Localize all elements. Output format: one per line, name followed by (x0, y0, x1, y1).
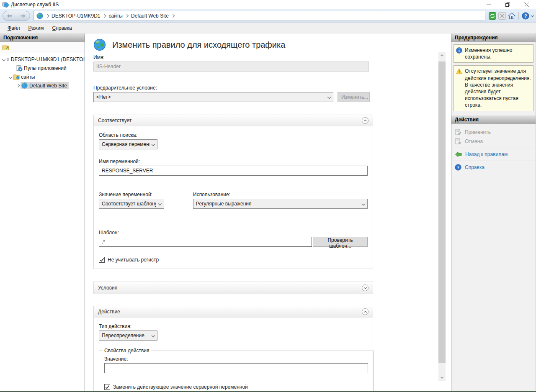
test-pattern-button[interactable]: Проверить шаблон... (313, 237, 368, 247)
menu-view[interactable]: Режим (24, 24, 48, 32)
action-section-header[interactable]: Действие (94, 306, 373, 317)
main-scrollbar[interactable] (438, 52, 446, 381)
tree-expand-icon[interactable] (2, 57, 5, 61)
action-value-input[interactable] (104, 363, 368, 373)
tree-selection-highlight[interactable]: Default Web Site (21, 82, 69, 89)
replace-checkbox[interactable] (104, 384, 110, 390)
iis-manager-window: Диспетчер служб IIS (0, 0, 536, 392)
refresh-icon[interactable] (489, 12, 496, 20)
dropdown-chevron-icon (152, 334, 155, 337)
ignore-case-checkbox[interactable] (99, 257, 105, 263)
close-button[interactable] (517, 0, 536, 9)
back-to-rules-label[interactable]: Назад к правилам (465, 151, 508, 157)
scrollbar-thumb[interactable] (438, 61, 446, 363)
menu-file[interactable]: Файл (3, 24, 24, 32)
actions-divider (451, 148, 536, 148)
tree-item-label[interactable]: DESKTOP-U1MK9D1 (DESKTOI (11, 56, 85, 62)
breadcrumb-item-sites[interactable]: сайты (108, 13, 123, 19)
chevron-down-icon (363, 286, 366, 289)
help-label[interactable]: Справка (465, 164, 484, 170)
tree-item-label[interactable]: Default Web Site (29, 83, 67, 89)
tree-expand-icon[interactable] (16, 84, 20, 87)
app-icon (2, 1, 9, 8)
globe-icon (36, 13, 43, 19)
pattern-label: Шаблон: (99, 230, 368, 236)
conditions-section-title: Условия (98, 285, 117, 291)
action-type-select[interactable]: Переопределение (99, 331, 157, 341)
variable-value-select[interactable]: Соответствует шаблону (99, 199, 164, 209)
variable-value-value: Соответствует шаблону (102, 201, 156, 207)
apply-label: Применить (465, 129, 491, 135)
breadcrumb[interactable]: DESKTOP-U1MK9D1 сайты Default Web Site (34, 11, 485, 21)
expand-section-button[interactable] (362, 284, 368, 291)
scope-select[interactable]: Серверная переменн (99, 139, 157, 149)
tree-item-label[interactable]: сайты (21, 74, 35, 80)
toolbar-divider (12, 44, 12, 51)
replace-checkrow[interactable]: Заменить действующее значение серверной … (104, 384, 368, 390)
chevron-up-icon (441, 54, 443, 57)
tree-item-sites[interactable]: сайты (0, 72, 85, 81)
cancel-label: Отмена (465, 138, 483, 144)
precondition-value: <Нет> (96, 94, 325, 100)
scope-value: Серверная переменн (102, 141, 149, 147)
action-back-to-rules[interactable]: Назад к правилам (451, 150, 536, 159)
restore-button[interactable] (498, 0, 517, 9)
dropdown-chevron-icon (158, 202, 162, 205)
collapse-section-button[interactable] (362, 117, 368, 124)
scope-label: Область поиска: (99, 132, 368, 138)
chevron-down-icon (441, 376, 443, 379)
help-circle-icon: ? (455, 164, 461, 171)
tree-item-default-web-site[interactable]: Default Web Site (0, 81, 85, 90)
help-dropdown-icon[interactable] (531, 14, 534, 17)
toolbar-divider (518, 12, 519, 20)
collapse-section-button[interactable] (362, 308, 368, 315)
page-globe-icon (93, 38, 106, 51)
menu-help[interactable]: Справка (48, 24, 76, 32)
action-value-label: Значение: (104, 356, 368, 362)
apply-icon (455, 129, 461, 136)
tree-item-label[interactable]: Пулы приложений (24, 65, 67, 71)
connections-panel: Подключения DESKTOP-U1MK9D (0, 33, 85, 391)
minimize-button[interactable] (479, 0, 498, 9)
home-icon[interactable] (508, 12, 515, 20)
back-icon[interactable] (7, 14, 13, 18)
precondition-select[interactable]: <Нет> (93, 92, 333, 102)
actions-list: Применить Отмена Назад к п (451, 124, 536, 392)
breadcrumb-item-server[interactable]: DESKTOP-U1MK9D1 (52, 13, 100, 19)
using-value: Регулярные выражения (196, 201, 360, 207)
cancel-icon (455, 138, 461, 145)
pattern-input[interactable] (99, 237, 312, 247)
connections-tree: DESKTOP-U1MK9D1 (DESKTOI Пулы приложений (0, 53, 85, 90)
svg-text:?: ? (524, 13, 527, 18)
forward-icon[interactable] (20, 14, 26, 18)
nav-back-forward[interactable] (3, 11, 30, 21)
dropdown-chevron-icon (327, 95, 331, 99)
actions-header: Действия (451, 115, 536, 124)
ignore-case-checkrow[interactable]: Не учитывать регистр (99, 257, 368, 263)
save-connection-icon[interactable] (2, 44, 9, 51)
help-icon[interactable]: ? (522, 12, 529, 20)
match-section-title: Соответствует (98, 118, 131, 123)
variable-name-input[interactable] (99, 166, 368, 176)
action-section: Действие Тип действия: Переопределение С… (93, 306, 373, 391)
action-properties-group: Свойства действия Значение: Заменить дей… (99, 351, 374, 391)
alert-warning: Отсутствует значение для действия переоп… (454, 65, 533, 111)
match-section: Соответствует Область поиска: Серверная … (93, 115, 373, 269)
tree-expand-icon[interactable] (9, 75, 12, 78)
ignore-case-label: Не учитывать регистр (108, 257, 159, 263)
tree-item-server[interactable]: DESKTOP-U1MK9D1 (DESKTOI (0, 55, 85, 64)
breadcrumb-item-default-web-site[interactable]: Default Web Site (131, 13, 169, 19)
scroll-up-button[interactable] (438, 52, 446, 59)
using-select[interactable]: Регулярные выражения (193, 199, 368, 209)
page-title: Изменить правило для исходящего трафика (112, 40, 285, 50)
window-title: Диспетчер служб IIS (11, 2, 59, 8)
match-section-header[interactable]: Соответствует (94, 115, 373, 126)
replace-label: Заменить действующее значение серверной … (113, 384, 248, 390)
conditions-section: Условия (93, 282, 373, 294)
variable-value-label: Значение переменной: (99, 192, 152, 197)
main-panel: Изменить правило для исходящего трафика … (85, 33, 451, 391)
action-help[interactable]: ? Справка (451, 163, 536, 172)
scroll-down-button[interactable] (438, 374, 446, 381)
conditions-section-header[interactable]: Условия (94, 282, 373, 294)
tree-item-app-pools[interactable]: Пулы приложений (0, 64, 85, 72)
